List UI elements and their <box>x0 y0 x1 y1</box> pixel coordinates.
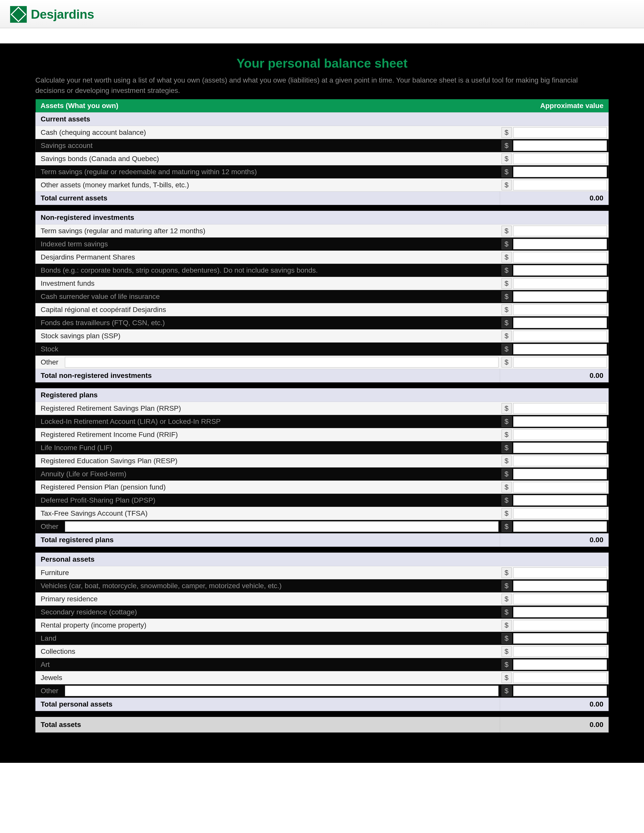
nonreg-row-label: Indexed term savings <box>35 238 500 251</box>
personal-row-label: Vehicles (car, boat, motorcycle, snowmob… <box>35 579 500 592</box>
currency-symbol: $ <box>502 331 512 341</box>
reg-row: Registered Retirement Savings Plan (RRSP… <box>35 402 609 415</box>
currency-symbol: $ <box>502 495 512 506</box>
intro-text: Calculate your net worth using a list of… <box>35 75 609 96</box>
currency-symbol: $ <box>502 140 512 151</box>
reg-other-desc-input[interactable] <box>65 521 498 532</box>
current-row-label: Term savings (regular or redeemable and … <box>35 165 500 178</box>
amount-input[interactable] <box>513 344 607 354</box>
nonreg-row: Bonds (e.g.: corporate bonds, strip coup… <box>35 264 609 277</box>
amount-input[interactable] <box>513 180 607 190</box>
amount-input[interactable] <box>513 633 607 644</box>
personal-row-label: Collections <box>35 645 500 658</box>
currency-symbol: $ <box>502 508 512 519</box>
personal-other-desc-input[interactable] <box>65 685 498 696</box>
amount-input[interactable] <box>513 167 607 177</box>
nonreg-subheader-label: Non-registered investments <box>35 211 609 224</box>
nonreg-row: Desjardins Permanent Shares$ <box>35 251 609 264</box>
amount-input[interactable] <box>513 568 607 578</box>
current-row: Savings account$ <box>35 139 609 152</box>
personal-row: Rental property (income property)$ <box>35 619 609 632</box>
reg-row-label: Annuity (Life or Fixed-term) <box>35 468 500 481</box>
assets-header-row: Assets (What you own)Approximate value <box>35 99 609 113</box>
amount-input[interactable] <box>513 620 607 630</box>
personal-subheader: Personal assets <box>35 553 609 566</box>
currency-symbol: $ <box>502 265 512 276</box>
amount-input[interactable] <box>513 495 607 506</box>
amount-input[interactable] <box>513 672 607 683</box>
currency-symbol: $ <box>502 482 512 492</box>
grand-total-value: 0.00 <box>500 717 609 733</box>
personal-total-label: Total personal assets <box>35 698 500 711</box>
reg-row: Annuity (Life or Fixed-term)$ <box>35 468 609 481</box>
amount-input[interactable] <box>513 291 607 302</box>
current-row-label: Savings bonds (Canada and Quebec) <box>35 152 500 165</box>
currency-symbol: $ <box>502 646 512 657</box>
reg-row-label: Tax-Free Savings Account (TFSA) <box>35 507 500 520</box>
amount-input[interactable] <box>513 607 607 618</box>
amount-input[interactable] <box>513 403 607 414</box>
reg-row-label: Registered Pension Plan (pension fund) <box>35 481 500 494</box>
nonreg-row-label: Stock <box>35 343 500 356</box>
currency-symbol: $ <box>502 357 512 368</box>
amount-input[interactable] <box>513 659 607 670</box>
personal-total-value: 0.00 <box>500 698 609 711</box>
amount-input[interactable] <box>513 685 607 696</box>
amount-input[interactable] <box>513 581 607 591</box>
amount-input[interactable] <box>513 442 607 453</box>
personal-row: Art$ <box>35 658 609 671</box>
amount-input[interactable] <box>513 331 607 341</box>
currency-symbol: $ <box>502 318 512 328</box>
nonreg-row-label: Bonds (e.g.: corporate bonds, strip coup… <box>35 264 500 277</box>
personal-row-label: Rental property (income property) <box>35 619 500 632</box>
amount-input[interactable] <box>513 429 607 440</box>
amount-input[interactable] <box>513 646 607 657</box>
nonreg-other-row: Other$ <box>35 356 609 369</box>
currency-symbol: $ <box>502 167 512 177</box>
personal-row: Primary residence$ <box>35 592 609 606</box>
amount-input[interactable] <box>513 127 607 138</box>
currency-symbol: $ <box>502 127 512 138</box>
currency-symbol: $ <box>502 521 512 532</box>
amount-input[interactable] <box>513 594 607 604</box>
reg-row-label: Life Income Fund (LIF) <box>35 441 500 454</box>
amount-input[interactable] <box>513 318 607 328</box>
amount-input[interactable] <box>513 239 607 249</box>
amount-input[interactable] <box>513 482 607 492</box>
amount-input[interactable] <box>513 226 607 236</box>
amount-input[interactable] <box>513 153 607 164</box>
amount-input[interactable] <box>513 416 607 427</box>
amount-input[interactable] <box>513 278 607 289</box>
personal-row: Land$ <box>35 632 609 645</box>
amount-input[interactable] <box>513 521 607 532</box>
currency-symbol: $ <box>502 659 512 670</box>
currency-symbol: $ <box>502 607 512 618</box>
nonreg-other-desc-input[interactable] <box>65 357 498 368</box>
currency-symbol: $ <box>502 180 512 190</box>
current-total-value: 0.00 <box>500 191 609 205</box>
nonreg-row: Indexed term savings$ <box>35 238 609 251</box>
current-row: Cash (chequing account balance)$ <box>35 126 609 139</box>
amount-input[interactable] <box>513 304 607 315</box>
amount-input[interactable] <box>513 140 607 151</box>
amount-input[interactable] <box>513 252 607 262</box>
personal-row: Collections$ <box>35 645 609 658</box>
nonreg-row: Investment funds$ <box>35 277 609 290</box>
nonreg-row-label: Stock savings plan (SSP) <box>35 330 500 343</box>
reg-row: Registered Education Savings Plan (RESP)… <box>35 454 609 468</box>
amount-input[interactable] <box>513 456 607 466</box>
amount-input[interactable] <box>513 265 607 276</box>
current-total-row: Total current assets0.00 <box>35 191 609 205</box>
amount-input[interactable] <box>513 469 607 479</box>
reg-other-row: Other$ <box>35 520 609 533</box>
currency-symbol: $ <box>502 633 512 644</box>
personal-row-label: Primary residence <box>35 592 500 606</box>
brand-text: Desjardins <box>31 7 94 22</box>
brand-logo: Desjardins <box>10 6 634 23</box>
amount-input[interactable] <box>513 357 607 368</box>
reg-row-label: Registered Retirement Savings Plan (RRSP… <box>35 402 500 415</box>
currency-symbol: $ <box>502 442 512 453</box>
personal-other-label: Other <box>35 684 63 698</box>
amount-input[interactable] <box>513 508 607 519</box>
currency-symbol: $ <box>502 620 512 630</box>
